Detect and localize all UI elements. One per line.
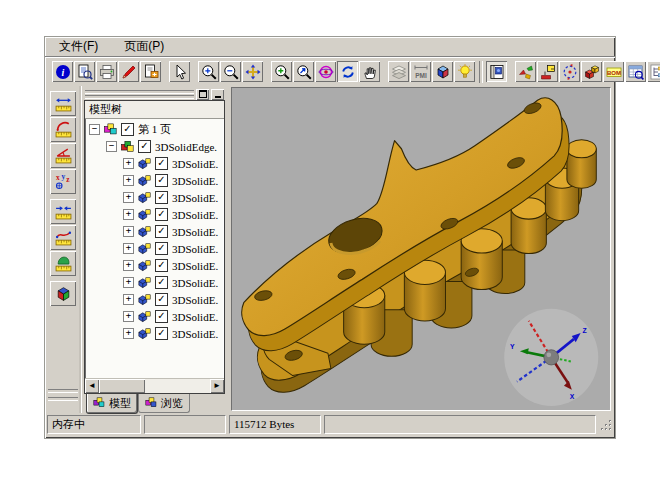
panel-restore-button[interactable] — [196, 89, 209, 100]
measure-distance-button[interactable] — [50, 91, 76, 116]
notebook-icon — [489, 64, 505, 80]
tree-node[interactable]: −✓第 1 页 — [85, 121, 224, 138]
pan-button[interactable] — [242, 61, 263, 82]
measure-arc-button[interactable] — [50, 117, 76, 142]
node-checkbox[interactable]: ✓ — [155, 208, 168, 221]
expand-icon[interactable]: + — [123, 328, 134, 339]
menu-item-1[interactable]: 页面(P) — [120, 37, 168, 56]
print-button[interactable] — [96, 61, 117, 82]
hand-pan-button[interactable] — [359, 61, 380, 82]
panel-minimize-button[interactable] — [211, 89, 224, 100]
expand-icon[interactable]: + — [123, 175, 134, 186]
notebook-button[interactable] — [486, 61, 507, 82]
resize-grip[interactable] — [599, 416, 613, 433]
menu-item-0[interactable]: 文件(F) — [55, 37, 102, 56]
measure-gap-button[interactable] — [50, 199, 76, 224]
tab-label: 浏览 — [161, 396, 183, 411]
node-checkbox[interactable]: ✓ — [155, 174, 168, 187]
expand-icon[interactable]: + — [123, 192, 134, 203]
scrollbar-track[interactable] — [99, 379, 210, 393]
refresh-icon — [340, 64, 356, 80]
tree-node[interactable]: +✓3DSolidE. — [85, 257, 224, 274]
move-part-button[interactable] — [537, 61, 558, 82]
measure-area-button[interactable] — [50, 251, 76, 276]
expand-icon[interactable]: + — [123, 158, 134, 169]
report-button[interactable] — [625, 61, 646, 82]
pmi-button[interactable]: PMI — [410, 61, 431, 82]
tree-node[interactable]: +✓3DSolidE. — [85, 325, 224, 342]
dynamic-zoom-button[interactable] — [293, 61, 314, 82]
viewport[interactable]: Z X Y — [231, 87, 611, 411]
node-checkbox[interactable]: ✓ — [155, 157, 168, 170]
zoom-window-button[interactable] — [271, 61, 292, 82]
solid-measure-button[interactable] — [50, 281, 76, 306]
view-cube-button[interactable] — [432, 61, 453, 82]
collapse-icon[interactable]: − — [89, 124, 100, 135]
node-checkbox[interactable]: ✓ — [155, 310, 168, 323]
measure-curve-button[interactable] — [50, 225, 76, 250]
expand-icon[interactable]: + — [123, 277, 134, 288]
scroll-right-button[interactable]: ► — [210, 379, 224, 393]
export-button[interactable] — [140, 61, 161, 82]
toolbar-gap — [162, 61, 169, 82]
tree-node[interactable]: +✓3DSolidE. — [85, 189, 224, 206]
menu-bar: 文件(F)页面(P) — [45, 37, 615, 57]
axis-label-z: Z — [583, 327, 588, 334]
tree-node[interactable]: +✓3DSolidE. — [85, 308, 224, 325]
rotate-part-button[interactable] — [559, 61, 580, 82]
node-checkbox[interactable]: ✓ — [155, 293, 168, 306]
collapse-icon[interactable]: − — [106, 141, 117, 152]
node-checkbox[interactable]: ✓ — [138, 140, 151, 153]
tree-node[interactable]: +✓3DSolidE. — [85, 240, 224, 257]
expand-icon[interactable]: + — [123, 260, 134, 271]
orbit-button[interactable] — [315, 61, 336, 82]
explode-button[interactable] — [515, 61, 536, 82]
refresh-button[interactable] — [337, 61, 358, 82]
part-icon — [137, 327, 152, 341]
node-checkbox[interactable]: ✓ — [155, 259, 168, 272]
expand-icon[interactable]: + — [123, 209, 134, 220]
tree-node[interactable]: +✓3DSolidE. — [85, 206, 224, 223]
node-checkbox[interactable]: ✓ — [155, 242, 168, 255]
lighting-button[interactable] — [454, 61, 475, 82]
zoom-window-icon — [274, 64, 290, 80]
orientation-trackball[interactable]: Z X Y — [504, 309, 598, 406]
tab-browse[interactable]: 浏览 — [138, 394, 190, 413]
assembly-button[interactable] — [581, 61, 602, 82]
tree-node[interactable]: +✓3DSolidE. — [85, 155, 224, 172]
zoom-out-button[interactable] — [220, 61, 241, 82]
tab-model[interactable]: 模型 — [86, 394, 138, 414]
preview-button[interactable] — [74, 61, 95, 82]
expand-icon[interactable]: + — [123, 226, 134, 237]
bom-button[interactable]: BOM — [603, 61, 624, 82]
expand-icon[interactable]: + — [123, 311, 134, 322]
node-checkbox[interactable]: ✓ — [155, 327, 168, 340]
scrollbar-thumb[interactable] — [99, 379, 145, 393]
node-checkbox[interactable]: ✓ — [121, 123, 134, 136]
tree-node[interactable]: +✓3DSolidE. — [85, 172, 224, 189]
leftbar-grooves — [48, 385, 78, 405]
panel-grip[interactable] — [84, 88, 225, 100]
tree-node[interactable]: +✓3DSolidE. — [85, 223, 224, 240]
layers-button[interactable] — [388, 61, 409, 82]
node-checkbox[interactable]: ✓ — [155, 191, 168, 204]
pmi-icon: PMI — [413, 64, 429, 80]
scroll-left-button[interactable]: ◄ — [85, 379, 99, 393]
info-button[interactable]: i — [52, 61, 73, 82]
tree-view-button[interactable] — [647, 61, 660, 82]
zoom-in-button[interactable] — [198, 61, 219, 82]
select-button[interactable] — [169, 61, 190, 82]
expand-icon[interactable]: + — [123, 243, 134, 254]
node-checkbox[interactable]: ✓ — [155, 225, 168, 238]
tree-node[interactable]: +✓3DSolidE. — [85, 291, 224, 308]
bom-icon: BOM — [606, 64, 622, 80]
toolbar-gap — [191, 61, 198, 82]
node-checkbox[interactable]: ✓ — [155, 276, 168, 289]
tree-node[interactable]: −✓3DSolidEdge. — [85, 138, 224, 155]
tree-node[interactable]: +✓3DSolidE. — [85, 274, 224, 291]
expand-icon[interactable]: + — [123, 294, 134, 305]
measure-angle-button[interactable] — [50, 143, 76, 168]
markup-button[interactable] — [118, 61, 139, 82]
print-icon — [99, 64, 115, 80]
measure-coordinate-button[interactable]: xyz — [50, 169, 76, 194]
